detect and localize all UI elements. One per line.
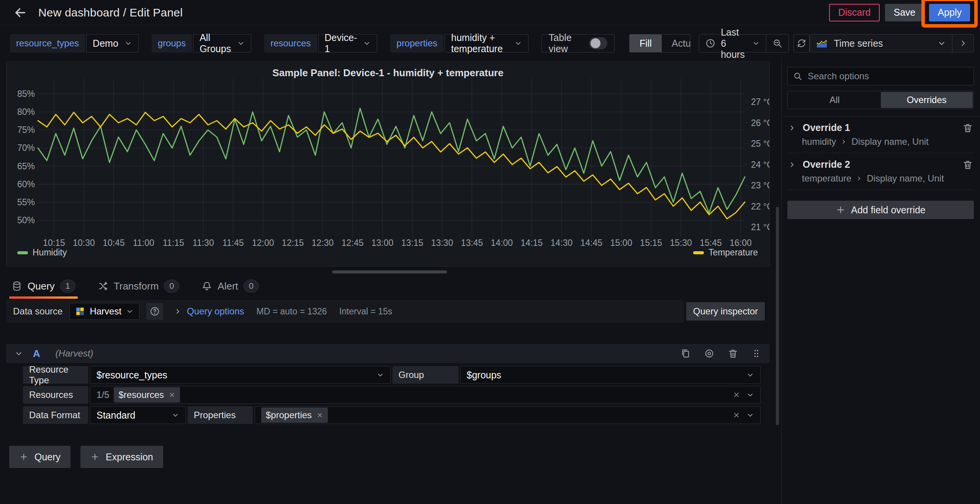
bell-icon xyxy=(201,281,212,291)
svg-text:23 °C: 23 °C xyxy=(751,180,769,190)
remove-tag-icon[interactable] xyxy=(169,391,175,398)
svg-text:10:45: 10:45 xyxy=(103,238,125,248)
fill-segment[interactable]: Fill xyxy=(630,34,662,52)
plus-icon xyxy=(19,452,28,461)
add-query-button[interactable]: Query xyxy=(9,446,70,468)
resources-tag[interactable]: $resources xyxy=(114,387,180,403)
properties-multiselect[interactable]: $properties xyxy=(255,406,761,424)
toggle-visibility-icon[interactable] xyxy=(704,348,715,359)
svg-text:75%: 75% xyxy=(17,125,35,135)
tab-all[interactable]: All xyxy=(789,92,881,108)
alert-count-badge: 0 xyxy=(244,280,259,293)
svg-text:50%: 50% xyxy=(17,215,35,225)
apply-button[interactable]: Apply xyxy=(929,4,970,21)
tab-overrides[interactable]: Overrides xyxy=(881,92,973,108)
remove-tag-icon[interactable] xyxy=(316,412,323,419)
datasource-select[interactable]: Harvest xyxy=(69,303,139,320)
override-title: Override 1 xyxy=(803,122,850,133)
zoom-out-time-button[interactable] xyxy=(766,34,789,52)
group-select[interactable]: $groups xyxy=(460,366,761,384)
svg-text:11:30: 11:30 xyxy=(193,238,214,248)
query-a-header[interactable]: A (Harvest) xyxy=(6,344,770,363)
panel-editor-main: Sample Panel: Device-1 - humidity + temp… xyxy=(0,57,781,504)
selection-count: 1/5 xyxy=(97,389,109,400)
collapse-options-pane-button[interactable] xyxy=(952,34,973,52)
svg-text:16:00: 16:00 xyxy=(730,238,752,248)
tab-transform[interactable]: Transform 0 xyxy=(98,280,180,299)
query-actions xyxy=(680,348,761,359)
options-search-box[interactable] xyxy=(787,67,974,85)
add-expression-button[interactable]: Expression xyxy=(80,446,163,468)
delete-override-icon[interactable] xyxy=(962,123,973,133)
variable-label: resources xyxy=(264,34,317,52)
legend-item-humidity[interactable]: Humidity xyxy=(17,247,67,258)
save-button[interactable]: Save xyxy=(885,4,924,21)
variable-label: properties xyxy=(390,34,443,52)
svg-text:13:00: 13:00 xyxy=(371,238,394,248)
svg-text:10:15: 10:15 xyxy=(43,238,65,248)
query-inspector-button[interactable]: Query inspector xyxy=(686,302,765,321)
zoom-out-icon xyxy=(772,38,782,48)
clear-all-icon[interactable] xyxy=(733,411,740,419)
variable-resources: resources Device-1 xyxy=(264,34,377,52)
main-scrollbar-thumb[interactable] xyxy=(776,207,779,425)
variable-groups: groups All Groups xyxy=(152,34,251,52)
variable-label: groups xyxy=(152,34,192,52)
override-summary: temperature Display name, Unit xyxy=(802,173,973,184)
chevron-right-icon[interactable] xyxy=(788,161,796,169)
override-1-row[interactable]: Override 1 humidity Display name, Unit xyxy=(787,116,974,153)
visualization-label: Time series xyxy=(834,38,883,49)
legend-item-temperature[interactable]: Temperature xyxy=(693,247,758,258)
panel-resize-handle[interactable] xyxy=(332,270,447,273)
properties-tag[interactable]: $properties xyxy=(261,407,328,423)
datasource-logo-icon xyxy=(75,306,85,316)
table-view-toggle[interactable] xyxy=(589,37,607,49)
variable-value-dropdown[interactable]: All Groups xyxy=(193,34,251,52)
override-2-row[interactable]: Override 2 temperature Display name, Uni… xyxy=(787,153,974,190)
chevron-down-icon xyxy=(746,391,754,399)
refresh-button[interactable] xyxy=(793,34,810,52)
collapse-chevron-icon[interactable] xyxy=(15,349,23,358)
data-format-select[interactable]: Standard xyxy=(90,406,186,424)
delete-query-icon[interactable] xyxy=(728,348,738,359)
chevron-down-icon xyxy=(514,39,522,47)
svg-text:26 °C: 26 °C xyxy=(751,118,769,128)
variable-value-dropdown[interactable]: humidity + temperature xyxy=(445,34,528,52)
options-filter-tabs: All Overrides xyxy=(787,91,974,109)
svg-text:10:30: 10:30 xyxy=(73,238,95,248)
variable-label: resource_types xyxy=(10,34,85,52)
query-footer-buttons: Query Expression xyxy=(9,446,163,468)
variable-value-dropdown[interactable]: Device-1 xyxy=(318,34,378,52)
duplicate-query-icon[interactable] xyxy=(680,348,691,359)
svg-text:27 °C: 27 °C xyxy=(751,97,769,107)
chevron-right-icon[interactable] xyxy=(788,124,796,132)
plus-icon xyxy=(90,452,100,461)
variable-resource-types: resource_types Demo xyxy=(10,34,139,52)
datasource-help-button[interactable] xyxy=(146,303,163,320)
clear-all-icon[interactable] xyxy=(733,391,740,399)
tab-alert[interactable]: Alert 0 xyxy=(201,280,258,299)
query-ref-id: A xyxy=(33,348,40,360)
actual-segment[interactable]: Actual xyxy=(662,34,690,52)
humidity-legend-swatch xyxy=(17,251,28,254)
resource-type-select[interactable]: $resource_types xyxy=(90,366,391,384)
tab-query[interactable]: Query 1 xyxy=(11,280,75,299)
query-options-toggle[interactable]: Query options xyxy=(174,306,244,317)
svg-text:12:45: 12:45 xyxy=(342,238,364,248)
add-field-override-button[interactable]: Add field override xyxy=(787,201,974,219)
visualization-picker[interactable]: Time series xyxy=(810,34,974,52)
legend-label: Temperature xyxy=(708,247,758,258)
discard-button[interactable]: Discard xyxy=(829,4,880,21)
time-range-picker[interactable]: Last 6 hours xyxy=(699,34,789,52)
datasource-label: Data source xyxy=(13,306,62,317)
plus-icon xyxy=(836,205,846,215)
drag-grip-icon[interactable] xyxy=(751,349,761,358)
time-range-label: Last 6 hours xyxy=(721,27,747,60)
search-input[interactable] xyxy=(808,71,968,82)
back-arrow-icon[interactable] xyxy=(14,6,27,19)
svg-text:11:45: 11:45 xyxy=(223,238,244,248)
svg-text:15:15: 15:15 xyxy=(640,238,662,248)
variable-value-dropdown[interactable]: Demo xyxy=(86,34,139,52)
resources-multiselect[interactable]: 1/5 $resources xyxy=(90,386,761,404)
delete-override-icon[interactable] xyxy=(962,159,973,170)
